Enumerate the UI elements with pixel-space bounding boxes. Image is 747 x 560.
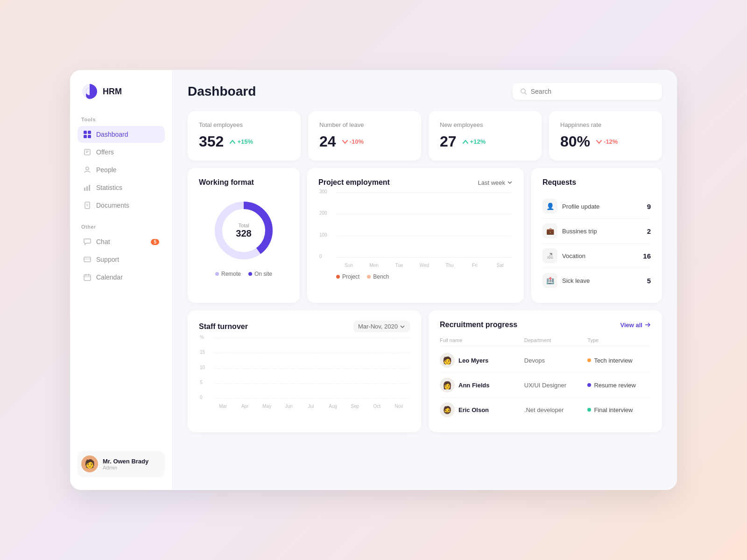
sidebar-item-support[interactable]: Support bbox=[78, 251, 165, 268]
chart-label-thu: Thu bbox=[437, 263, 462, 268]
project-chart-area: 300 200 100 0 SunMonTueWedThuFriSat bbox=[318, 192, 513, 286]
sidebar-item-calendar[interactable]: Calendar bbox=[78, 269, 165, 286]
main-content: Dashboard Total employees 352 +15% bbox=[173, 70, 677, 490]
svg-rect-18 bbox=[84, 275, 91, 280]
offers-icon bbox=[83, 148, 92, 156]
col-header-name: Full name bbox=[440, 337, 524, 343]
svg-rect-5 bbox=[88, 135, 91, 138]
search-input[interactable] bbox=[531, 88, 655, 95]
recruitment-card: Recruitment progress View all Full name … bbox=[429, 310, 662, 432]
sidebar-item-label-documents: Documents bbox=[96, 202, 129, 209]
request-item-3: 🏥 Sick leave 5 bbox=[543, 268, 651, 293]
turnover-label-apr: Apr bbox=[234, 404, 256, 409]
search-bar[interactable] bbox=[513, 83, 662, 100]
stat-card-employees: Total employees 352 +15% bbox=[188, 111, 301, 161]
turnover-label-nov: Nov bbox=[388, 404, 410, 409]
project-legend-project: Project bbox=[336, 273, 359, 280]
svg-rect-12 bbox=[89, 185, 90, 191]
svg-line-23 bbox=[525, 93, 527, 95]
logo-icon bbox=[81, 83, 98, 100]
type-label-1: Resume review bbox=[594, 382, 636, 389]
svg-point-9 bbox=[86, 167, 89, 170]
dept-2: .Net developer bbox=[524, 406, 588, 413]
arrow-right-icon bbox=[644, 322, 651, 328]
sidebar-item-offers[interactable]: Offers bbox=[78, 144, 165, 161]
donut-label: Total bbox=[236, 223, 251, 228]
turnover-filter[interactable]: Mar-Nov, 2020 bbox=[353, 321, 410, 332]
search-icon bbox=[520, 88, 527, 95]
chart-label-sat: Sat bbox=[487, 263, 513, 268]
sidebar-item-statistics[interactable]: Statistics bbox=[78, 179, 165, 196]
recruitment-rows: 🧑 Leo Myers Devops Tech interview 👩 Ann … bbox=[440, 348, 651, 422]
page-title: Dashboard bbox=[188, 84, 256, 99]
logo-area: HRM bbox=[78, 83, 165, 100]
request-icon-2: 🏖 bbox=[543, 248, 557, 263]
person-avatar-2: 🧔 bbox=[440, 402, 455, 417]
statistics-icon bbox=[83, 183, 92, 192]
recruitment-header: Recruitment progress View all bbox=[440, 321, 651, 329]
sidebar-item-label-offers: Offers bbox=[96, 148, 114, 156]
legend-onsite: On site bbox=[248, 271, 272, 277]
mid-row: Working format Total 328 bbox=[188, 168, 662, 303]
calendar-icon bbox=[83, 273, 92, 281]
sidebar-item-label-dashboard: Dashboard bbox=[96, 131, 128, 138]
type-dot-0 bbox=[587, 358, 591, 362]
chat-icon bbox=[83, 238, 92, 246]
bottom-row: Staff turnover Mar-Nov, 2020 % 15 10 5 0 bbox=[188, 310, 662, 432]
legend-label-remote: Remote bbox=[221, 271, 241, 277]
turnover-label-aug: Aug bbox=[322, 404, 344, 409]
stat-label-2: New employees bbox=[440, 121, 530, 128]
recruitment-row-0: 🧑 Leo Myers Devops Tech interview bbox=[440, 348, 651, 373]
sidebar-item-dashboard[interactable]: Dashboard bbox=[78, 126, 165, 143]
chat-badge: 5 bbox=[151, 239, 159, 245]
sidebar-item-label-calendar: Calendar bbox=[96, 273, 123, 281]
request-icon-3: 🏥 bbox=[543, 273, 557, 288]
chevron-down-icon bbox=[507, 180, 513, 185]
chart-label-mon: Mon bbox=[361, 263, 387, 268]
view-all-link[interactable]: View all bbox=[620, 322, 651, 329]
people-icon bbox=[83, 166, 92, 174]
request-item-1: 💼 Bussines trip 2 bbox=[543, 219, 651, 244]
project-filter[interactable]: Last week bbox=[478, 179, 513, 186]
stat-value-1: 24 bbox=[319, 133, 336, 150]
legend-dot-remote bbox=[215, 272, 219, 276]
documents-icon bbox=[83, 201, 92, 210]
sidebar-item-chat[interactable]: Chat 5 bbox=[78, 233, 165, 250]
type-label-2: Final interview bbox=[594, 406, 633, 413]
project-chart-header: Project employment Last week bbox=[318, 178, 513, 187]
sidebar-item-documents[interactable]: Documents bbox=[78, 197, 165, 214]
recruitment-row-1: 👩 Ann Fields UX/UI Designer Resume revie… bbox=[440, 373, 651, 398]
project-legend-bench: Bench bbox=[367, 273, 389, 280]
donut-center: Total 328 bbox=[236, 223, 251, 239]
tools-section-label: Tools bbox=[78, 117, 165, 122]
col-header-type: Type bbox=[587, 337, 651, 343]
stat-label-1: Number of leave bbox=[319, 121, 410, 128]
sidebar-item-label-statistics: Statistics bbox=[96, 184, 122, 191]
turnover-label-mar: Mar bbox=[212, 404, 234, 409]
person-name-2: Eric Olson bbox=[458, 406, 489, 413]
donut-chart: Total 328 bbox=[211, 198, 276, 263]
donut-wrapper: Total 328 Remote On site bbox=[199, 194, 289, 277]
app-container: HRM Tools Dashboard bbox=[70, 70, 677, 490]
type-cell-1: Resume review bbox=[587, 382, 651, 389]
turnover-label-may: May bbox=[256, 404, 278, 409]
sidebar-item-people[interactable]: People bbox=[78, 161, 165, 178]
stats-row: Total employees 352 +15% Number of leave… bbox=[188, 111, 662, 161]
person-name-0: Leo Myers bbox=[458, 357, 488, 364]
svg-point-22 bbox=[521, 89, 525, 93]
person-cell-0: 🧑 Leo Myers bbox=[440, 353, 524, 368]
user-name: Mr. Owen Brady bbox=[103, 458, 161, 465]
recruitment-row-2: 🧔 Eric Olson .Net developer Final interv… bbox=[440, 398, 651, 422]
svg-rect-2 bbox=[84, 131, 87, 134]
stat-change-2: +12% bbox=[462, 138, 486, 145]
dept-0: Devops bbox=[524, 357, 588, 364]
requests-title: Requests bbox=[543, 178, 651, 187]
legend-label-onsite: On site bbox=[254, 271, 272, 277]
working-format-card: Working format Total 328 bbox=[188, 168, 300, 303]
user-area[interactable]: 🧑 Mr. Owen Brady Admin bbox=[78, 451, 165, 477]
stat-change-3: -12% bbox=[596, 138, 618, 145]
sidebar: HRM Tools Dashboard bbox=[70, 70, 173, 490]
chart-label-sun: Sun bbox=[336, 263, 361, 268]
turnover-title: Staff turnover bbox=[199, 322, 248, 331]
stat-change-0: +15% bbox=[229, 138, 253, 145]
